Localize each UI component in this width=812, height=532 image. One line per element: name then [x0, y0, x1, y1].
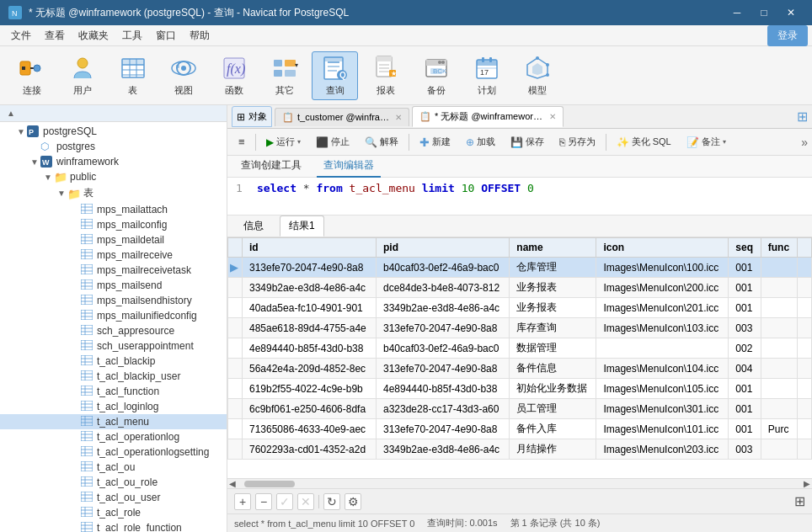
tree-item-mps-mailsend[interactable]: mps_mailsend [0, 278, 227, 293]
tree-item-postgres[interactable]: ⬡ postgres [0, 139, 227, 154]
tool-schedule[interactable]: 17 计划 [463, 51, 510, 100]
table-row[interactable]: ▶ 313efe70-2047-4e90-8a8 b40caf03-0ef2-4… [228, 258, 812, 278]
menu-btn[interactable]: ≡ [232, 132, 252, 152]
login-button[interactable]: 登录 [767, 25, 808, 46]
tree-item-mps-maildetail[interactable]: mps_maildetail [0, 232, 227, 247]
data-table-container[interactable]: id pid name icon seq func ▶ 313efe70-204… [227, 237, 812, 478]
col-func[interactable]: func [761, 238, 797, 258]
beautify-button[interactable]: ✨ 美化 SQL [610, 132, 678, 152]
tree-item-t-acl-ou-user[interactable]: t_acl_ou_user [0, 490, 227, 505]
untitled-tab-close[interactable]: ✕ [549, 112, 556, 121]
stop-button[interactable]: ⬛ 停止 [309, 132, 356, 152]
tree-item-postgresql[interactable]: ▼ P postgreSQL [0, 124, 227, 139]
tool-query[interactable]: Q 查询 [312, 51, 358, 100]
tree-item-sch-appresource[interactable]: sch_appresource [0, 323, 227, 338]
result-tab-info[interactable]: 信息 [234, 215, 273, 237]
table-row[interactable]: 6c9bf061-e250-4606-8dfa a323de28-cc17-43… [228, 399, 812, 419]
more-icon[interactable]: » [801, 136, 808, 149]
scroll-right-btn[interactable]: ▶ [804, 479, 810, 488]
menu-view[interactable]: 查看 [38, 26, 72, 45]
check-button[interactable]: ✓ [276, 493, 293, 510]
tree-item-t-acl-loginlog[interactable]: t_acl_loginlog [0, 399, 227, 414]
col-icon[interactable]: icon [596, 238, 729, 258]
explain-button[interactable]: 🔍 解释 [358, 132, 405, 152]
tree-item-t-acl-menu[interactable]: t_acl_menu [0, 414, 227, 429]
tree-item-t-acl-operationlog[interactable]: t_acl_operationlog [0, 429, 227, 444]
panel-collapse-icon[interactable]: ▲ [7, 109, 15, 118]
table-row[interactable]: 40ada5ea-fc10-4901-901 3349b2ae-e3d8-4e8… [228, 298, 812, 318]
tool-table[interactable]: 表 [110, 51, 156, 100]
tree-item-sch-userappointment[interactable]: sch_userappointment [0, 338, 227, 354]
saveas-button[interactable]: ⎘ 另存为 [553, 132, 602, 152]
tool-backup[interactable]: BCK 备份 [413, 51, 459, 100]
refresh-button[interactable]: ↻ [323, 493, 340, 510]
run-button[interactable]: ▶ 运行 ▾ [259, 132, 307, 152]
tree-item-t-acl-blackip[interactable]: t_acl_blackip [0, 354, 227, 369]
load-button[interactable]: ⊕ 加载 [459, 132, 502, 152]
horizontal-scrollbar[interactable]: ◀ ▶ [227, 478, 812, 488]
tree-item-t-acl-ou-role[interactable]: t_acl_ou_role [0, 475, 227, 490]
col-pid[interactable]: pid [377, 238, 510, 258]
tree-item-mps-mailunifiedconfig[interactable]: mps_mailunifiedconfig [0, 308, 227, 323]
maximize-button[interactable]: □ [751, 4, 777, 21]
tree-item-t-acl-ou[interactable]: t_acl_ou [0, 460, 227, 475]
tree-item-mps-mailconfig[interactable]: mps_mailconfig [0, 217, 227, 232]
close-button[interactable]: ✕ [778, 4, 804, 21]
table-row[interactable]: 3349b2ae-e3d8-4e86-a4c dce84de3-b4e8-407… [228, 278, 812, 298]
tool-user[interactable]: 用户 [59, 51, 105, 100]
menu-help[interactable]: 帮助 [183, 26, 216, 45]
table-row[interactable]: 619b2f55-4022-4c9e-b9b 4e894440-b85f-43d… [228, 379, 812, 399]
tool-connect[interactable]: 连接 [8, 51, 55, 100]
save-button[interactable]: 💾 保存 [504, 132, 551, 152]
tool-model[interactable]: 模型 [514, 51, 560, 100]
scroll-left-btn[interactable]: ◀ [229, 479, 236, 488]
col-id[interactable]: id [243, 238, 377, 258]
delete-row-button[interactable]: − [255, 493, 272, 510]
table-row[interactable]: 485ae618-89d4-4755-a4e 313efe70-2047-4e9… [228, 318, 812, 338]
table-row[interactable]: 7602293a-cd01-4352-a2d 3349b2ae-e3d8-4e8… [228, 439, 812, 460]
tree-item-public[interactable]: ▼ 📁 public [0, 169, 227, 184]
tree-item-tables-folder[interactable]: ▼ 📁 表 [0, 184, 227, 202]
tab-untitled-active[interactable]: 📋 * 无标题 @winframework (p... ✕ [412, 106, 564, 127]
tool-view[interactable]: 视图 [160, 51, 206, 100]
add-row-button[interactable]: + [234, 493, 251, 510]
sql-editor[interactable]: 1 select * from t_acl_menu limit 10 OFFS… [227, 178, 812, 215]
tool-other[interactable]: ▾ 其它 [261, 51, 307, 100]
table-row[interactable]: 4e894440-b85f-43d0-b38 b40caf03-0ef2-46a… [228, 338, 812, 359]
objects-panel-tab[interactable]: ⊞ 对象 [232, 106, 272, 127]
table-row[interactable]: 56a42e4a-209d-4852-8ec 313efe70-2047-4e9… [228, 359, 812, 379]
tcustomer-tab-close[interactable]: ✕ [395, 113, 402, 122]
tree-item-mps-mailsendhistory[interactable]: mps_mailsendhistory [0, 293, 227, 308]
sql-text[interactable]: select * from t_acl_menu limit 10 OFFSET… [257, 182, 804, 210]
tree-item-t-acl-function[interactable]: t_acl_function [0, 384, 227, 399]
minimize-button[interactable]: ─ [724, 4, 750, 21]
tool-function[interactable]: f(x) 函数 [211, 51, 257, 100]
tree-item-t-acl-role[interactable]: t_acl_role [0, 505, 227, 520]
tree-item-t-acl-role-function[interactable]: t_acl_role_function [0, 520, 227, 532]
result-tab-result1[interactable]: 结果1 [280, 215, 324, 237]
config-button[interactable]: ⚙ [345, 493, 361, 510]
col-name[interactable]: name [510, 238, 596, 258]
tree-item-mps-mailreceivetask[interactable]: mps_mailreceivetask [0, 263, 227, 278]
tree-item-mps-mailreceive[interactable]: mps_mailreceive [0, 247, 227, 263]
scroll-thumb[interactable] [244, 481, 295, 487]
col-seq[interactable]: seq [729, 238, 761, 258]
menu-window[interactable]: 窗口 [149, 26, 183, 45]
tree-item-mps-mailattach[interactable]: mps_mailattach [0, 202, 227, 217]
tab-panel-extra-icon[interactable]: ⊞ [797, 109, 808, 125]
menu-favorites[interactable]: 收藏夹 [72, 26, 115, 45]
tab-tcustomer[interactable]: 📋 t_customer @winframework... ✕ [275, 108, 409, 126]
menu-tools[interactable]: 工具 [115, 26, 149, 45]
sub-tab-query-editor[interactable]: 查询编辑器 [317, 155, 381, 178]
table-row[interactable]: 71365086-4633-40e9-aec 313efe70-2047-4e9… [228, 419, 812, 439]
menu-file[interactable]: 文件 [4, 26, 38, 45]
grid-icon[interactable]: ⊞ [794, 493, 805, 509]
tree-item-winframework[interactable]: ▼ W winframework [0, 154, 227, 169]
new-button[interactable]: ✚ 新建 [413, 132, 457, 152]
tree-item-t-acl-blackip-user[interactable]: t_acl_blackip_user [0, 369, 227, 384]
cancel-edit-button[interactable]: ✕ [297, 493, 314, 510]
comment-button[interactable]: 📝 备注 ▾ [680, 132, 733, 152]
sub-tab-query-creator[interactable]: 查询创建工具 [234, 155, 308, 178]
tree-item-t-acl-operationlogsetting[interactable]: t_acl_operationlogsetting [0, 444, 227, 460]
tool-report[interactable]: ★ 报表 [362, 51, 409, 100]
